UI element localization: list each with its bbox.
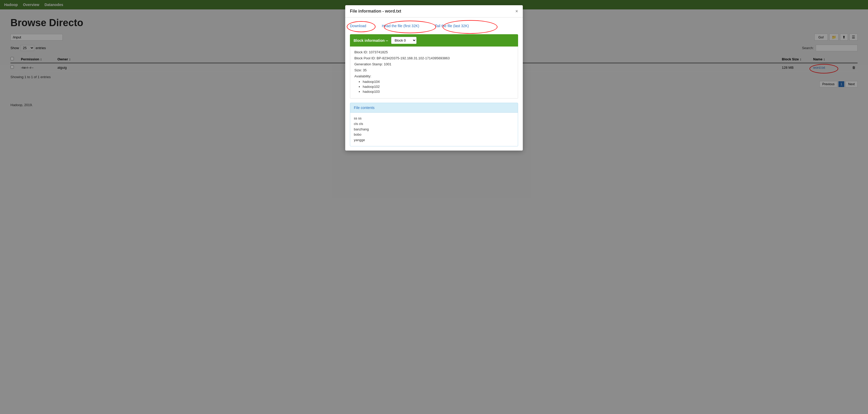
size: Size: 35 <box>354 68 514 72</box>
modal-overlay: File information - word.txt × Download H… <box>0 0 868 414</box>
file-line-4: bobo <box>354 132 514 138</box>
file-contents-body: ss ss cls cls banzhang bobo yangge <box>350 113 518 146</box>
modal-close-button[interactable]: × <box>515 9 518 13</box>
file-info-modal: File information - word.txt × Download H… <box>345 5 523 151</box>
file-line-1: ss ss <box>354 116 514 121</box>
links-container: Download Head the file (first 32K) Tail … <box>350 22 518 30</box>
modal-header: File information - word.txt × <box>345 5 523 18</box>
file-line-2: cls cls <box>354 121 514 127</box>
file-contents-header: File contents <box>350 103 518 113</box>
block-select[interactable]: Block 0 <box>391 37 416 44</box>
availability-list: hadoop104 hadoop102 hadoop103 <box>354 80 514 94</box>
availability-node-2: hadoop102 <box>363 85 514 89</box>
tail-file-link[interactable]: Tail the file (last 32K) <box>435 24 469 28</box>
file-contents-section: File contents ss ss cls cls banzhang bob… <box>350 103 518 146</box>
generation-stamp: Generation Stamp: 1001 <box>354 62 514 66</box>
availability-node-3: hadoop103 <box>363 90 514 94</box>
download-link[interactable]: Download <box>350 24 366 28</box>
head-file-link[interactable]: Head the file (first 32K) <box>382 24 419 28</box>
modal-title: File information - word.txt <box>350 9 401 13</box>
block-id: Block ID: 1073741825 <box>354 50 514 54</box>
file-line-3: banzhang <box>354 127 514 132</box>
modal-body: Download Head the file (first 32K) Tail … <box>345 18 523 151</box>
availability-label: Availability: <box>354 74 514 78</box>
block-info-label: Block information -- <box>353 38 388 42</box>
file-line-5: yangge <box>354 138 514 143</box>
block-info-header: Block information -- Block 0 <box>350 34 518 47</box>
block-pool-id: Block Pool ID: BP-823420375-192.168.31.1… <box>354 56 514 60</box>
block-details: Block ID: 1073741825 Block Pool ID: BP-8… <box>350 47 518 98</box>
block-info-section: Block information -- Block 0 Block ID: 1… <box>350 34 518 98</box>
file-contents-title: File contents <box>354 106 374 110</box>
availability-node-1: hadoop104 <box>363 80 514 84</box>
